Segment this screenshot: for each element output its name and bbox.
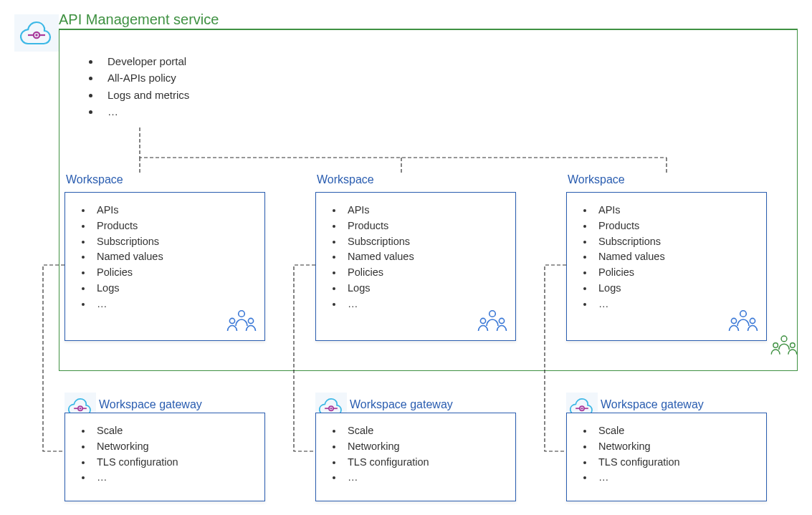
- list-item: Logs: [343, 281, 505, 297]
- list: Developer portal All-APIs policy Logs an…: [72, 53, 189, 120]
- workspace-label: Workspace: [566, 173, 626, 186]
- list-item: Named values: [594, 249, 756, 265]
- list-item: …: [92, 470, 254, 486]
- list-item: Products: [594, 218, 756, 234]
- list-item: Networking: [343, 439, 505, 455]
- gateway-label: Workspace gateway: [97, 398, 204, 411]
- list: APIs Products Subscriptions Named values…: [322, 203, 505, 312]
- list-item: Logs: [92, 281, 254, 297]
- list: APIs Products Subscriptions Named values…: [71, 203, 254, 312]
- svg-point-10: [740, 311, 747, 317]
- list-item: …: [100, 103, 189, 120]
- svg-point-4: [239, 311, 245, 317]
- svg-point-17: [80, 408, 82, 410]
- list-item: Developer portal: [100, 53, 189, 69]
- svg-point-25: [581, 408, 583, 410]
- list-item: Scale: [594, 423, 756, 439]
- list-item: …: [343, 470, 505, 486]
- api-management-icon: [14, 14, 59, 52]
- svg-point-13: [781, 336, 787, 342]
- list-item: Policies: [92, 265, 254, 281]
- people-group-icon: [477, 309, 508, 336]
- svg-point-12: [750, 318, 755, 323]
- list-item: Networking: [92, 439, 254, 455]
- people-group-icon: [226, 309, 257, 336]
- list: APIs Products Subscriptions Named values…: [573, 203, 756, 312]
- gateway-box: Scale Networking TLS configuration …: [566, 413, 767, 501]
- gateway-box: Scale Networking TLS configuration …: [65, 413, 265, 501]
- list-item: APIs: [92, 203, 254, 218]
- list-item: Subscriptions: [343, 234, 505, 250]
- svg-point-14: [773, 343, 778, 348]
- list-item: …: [594, 470, 756, 486]
- list-item: Named values: [92, 249, 254, 265]
- list-item: APIs: [343, 203, 505, 218]
- list: Scale Networking TLS configuration …: [71, 423, 254, 486]
- list-item: Logs and metrics: [100, 87, 189, 103]
- list-item: Scale: [343, 423, 505, 439]
- list-item: Named values: [343, 249, 505, 265]
- workspace-label: Workspace: [315, 173, 376, 186]
- service-feature-list: Developer portal All-APIs policy Logs an…: [72, 53, 189, 120]
- list-item: Networking: [594, 439, 756, 455]
- list-item: TLS configuration: [594, 455, 756, 471]
- gateway-box: Scale Networking TLS configuration …: [315, 413, 516, 501]
- list-item: APIs: [594, 203, 756, 218]
- gateway-label: Workspace gateway: [348, 398, 454, 411]
- list-item: Scale: [92, 423, 254, 439]
- list-item: Products: [343, 218, 505, 234]
- svg-point-9: [499, 318, 504, 323]
- list-item: Policies: [343, 265, 505, 281]
- svg-point-6: [248, 318, 253, 323]
- svg-point-21: [330, 408, 333, 410]
- workspace-box: APIs Products Subscriptions Named values…: [566, 192, 767, 341]
- svg-point-8: [480, 318, 485, 323]
- svg-point-1: [35, 34, 38, 37]
- gateway-label: Workspace gateway: [599, 398, 705, 411]
- service-title: API Management service: [59, 11, 221, 28]
- svg-point-7: [489, 311, 496, 317]
- list-item: Policies: [594, 265, 756, 281]
- list-item: TLS configuration: [92, 455, 254, 471]
- svg-point-15: [790, 343, 796, 348]
- list: Scale Networking TLS configuration …: [573, 423, 756, 486]
- list-item: Logs: [594, 281, 756, 297]
- list-item: Products: [92, 218, 254, 234]
- list-item: All-APIs policy: [100, 69, 189, 86]
- list-item: Subscriptions: [594, 234, 756, 250]
- apim-workspaces-diagram: API Management service Developer portal …: [14, 14, 798, 501]
- people-group-icon: [727, 309, 759, 336]
- workspace-box: APIs Products Subscriptions Named values…: [315, 192, 516, 341]
- list-item: Subscriptions: [92, 234, 254, 250]
- people-group-icon: [770, 334, 798, 360]
- list-item: TLS configuration: [343, 455, 505, 471]
- workspace-label: Workspace: [65, 173, 125, 186]
- svg-point-5: [229, 318, 234, 323]
- svg-point-11: [731, 318, 736, 323]
- list: Scale Networking TLS configuration …: [322, 423, 505, 486]
- workspace-box: APIs Products Subscriptions Named values…: [65, 192, 265, 341]
